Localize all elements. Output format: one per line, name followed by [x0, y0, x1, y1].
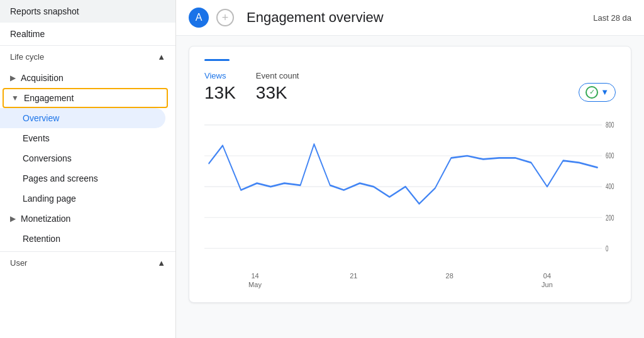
nav-group-acquisition-header[interactable]: ▶ Acquisition: [0, 68, 165, 88]
engagement-collapse-icon: ▼: [11, 94, 19, 102]
metric-views-label[interactable]: Views: [204, 71, 236, 80]
chart-container: 800 600 400 200 0: [204, 118, 616, 269]
card-tab-indicator: [204, 59, 230, 61]
engagement-overview-card: Views 13K Event count 33K ✓ ▼: [189, 46, 631, 303]
svg-text:0: 0: [606, 244, 609, 253]
sidebar-item-conversions[interactable]: Conversions: [0, 148, 165, 168]
sidebar-item-landing-page[interactable]: Landing page: [0, 188, 165, 209]
sidebar-item-overview[interactable]: Overview: [0, 108, 165, 128]
metric-event-count-label: Event count: [256, 71, 299, 80]
user-label: User: [10, 258, 27, 268]
metric-event-count: Event count 33K: [256, 71, 299, 103]
metric-views: Views 13K: [204, 71, 236, 103]
metric-event-count-value: 33K: [256, 83, 299, 103]
lifecycle-label: Life cycle: [10, 52, 44, 62]
check-circle-icon: ✓: [586, 86, 598, 99]
add-property-button[interactable]: +: [216, 9, 234, 26]
nav-group-engagement-header[interactable]: ▼ Engagement: [3, 88, 168, 108]
user-chevron-icon: ▲: [157, 258, 165, 268]
main-content: A + Engagement overview Last 28 da Views…: [176, 0, 644, 338]
sidebar: Reports snapshot Realtime Life cycle ▲ ▶…: [0, 0, 176, 338]
metrics-row: Views 13K Event count 33K: [204, 71, 299, 103]
chart-x-labels: 14 May 21 28 04 Jun: [204, 269, 616, 290]
acquisition-label: Acquisition: [21, 73, 64, 83]
avatar[interactable]: A: [189, 8, 209, 28]
lifecycle-section-header[interactable]: Life cycle ▲: [0, 45, 175, 68]
top-bar: A + Engagement overview Last 28 da: [176, 0, 644, 36]
sidebar-item-reports-snapshot[interactable]: Reports snapshot: [0, 0, 175, 23]
lifecycle-chevron-up-icon: ▲: [157, 52, 165, 62]
nav-group-monetization-header[interactable]: ▶ Monetization: [0, 209, 165, 229]
compare-dropdown-button[interactable]: ✓ ▼: [579, 83, 616, 102]
x-label-14-may: 14 May: [248, 271, 262, 290]
x-label-04-jun: 04 Jun: [541, 271, 553, 290]
svg-text:600: 600: [606, 152, 614, 160]
card-header-row: Views 13K Event count 33K ✓ ▼: [204, 71, 616, 113]
content-area: Views 13K Event count 33K ✓ ▼: [176, 36, 644, 338]
engagement-label: Engagement: [24, 93, 74, 103]
page-title: Engagement overview: [247, 9, 586, 26]
sidebar-item-events[interactable]: Events: [0, 128, 165, 148]
metric-views-value: 13K: [204, 83, 236, 103]
svg-text:400: 400: [606, 183, 614, 191]
dropdown-chevron-icon: ▼: [601, 87, 609, 97]
nav-group-retention: Retention: [0, 229, 175, 249]
monetization-label: Monetization: [21, 214, 70, 224]
svg-text:200: 200: [606, 214, 614, 222]
sidebar-bottom-section: User ▲: [0, 251, 175, 274]
sidebar-item-realtime[interactable]: Realtime: [0, 23, 175, 45]
nav-group-acquisition: ▶ Acquisition: [0, 68, 175, 88]
nav-group-retention-header[interactable]: Retention: [0, 229, 165, 249]
date-range-label[interactable]: Last 28 da: [593, 13, 631, 23]
nav-group-monetization: ▶ Monetization: [0, 209, 175, 229]
monetization-expand-icon: ▶: [10, 214, 16, 223]
acquisition-expand-icon: ▶: [10, 74, 16, 82]
x-label-28: 28: [446, 271, 453, 290]
chart-svg: 800 600 400 200 0: [204, 118, 616, 269]
x-label-21: 21: [350, 271, 357, 290]
user-section-header[interactable]: User ▲: [0, 252, 175, 274]
sidebar-item-pages-and-screens[interactable]: Pages and screens: [0, 168, 165, 188]
svg-text:800: 800: [606, 121, 614, 129]
nav-group-engagement: ▼ Engagement Overview Events Conversions…: [0, 88, 175, 209]
retention-label: Retention: [10, 234, 60, 244]
